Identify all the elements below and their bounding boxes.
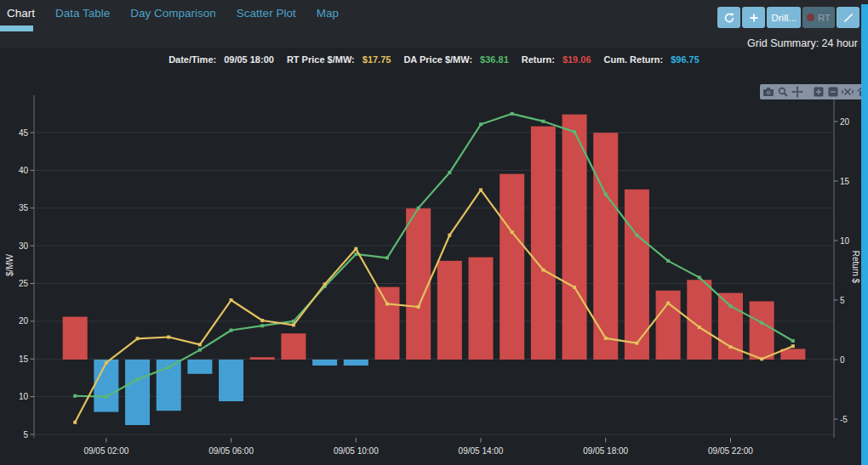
data-point-marker	[198, 343, 202, 346]
data-point-marker	[698, 326, 701, 329]
tab-map[interactable]: Map	[317, 7, 339, 20]
data-point-marker	[230, 298, 233, 302]
data-point-marker	[354, 252, 357, 256]
svg-text:09/05 22:00: 09/05 22:00	[708, 446, 753, 456]
svg-text:10: 10	[19, 392, 29, 401]
svg-text:30: 30	[19, 241, 29, 251]
dashboard: { "nav": { "tabs": [ {"label": "Chart", …	[0, 0, 868, 465]
data-point-marker	[573, 286, 576, 289]
svg-text:45: 45	[19, 128, 29, 138]
zoom-icon[interactable]	[777, 86, 789, 98]
right-axis-title: Return $	[851, 251, 860, 284]
svg-text:09/05 02:00: 09/05 02:00	[83, 446, 128, 456]
add-button[interactable]	[742, 7, 765, 28]
data-point-marker	[541, 269, 545, 272]
data-point-marker	[760, 321, 763, 325]
toolbar: Drill... RT	[717, 7, 859, 28]
expand-button[interactable]	[837, 7, 859, 28]
data-point-marker	[791, 344, 795, 348]
data-point-marker	[260, 319, 264, 322]
active-tab-underline	[0, 26, 33, 31]
data-point-marker	[417, 305, 420, 309]
rt-toggle-label: RT	[818, 13, 831, 23]
data-point-marker	[417, 207, 420, 210]
rt-price-line	[73, 188, 795, 423]
data-point-marker	[73, 421, 77, 424]
return-bar	[625, 190, 649, 360]
rt-status-dot-icon	[807, 14, 814, 21]
data-point-marker	[105, 361, 108, 365]
return-bar	[750, 301, 774, 360]
data-point-marker	[541, 120, 545, 123]
svg-text:15: 15	[19, 354, 29, 364]
data-point-marker	[105, 395, 108, 399]
datetime-label: Date/Time:	[168, 54, 216, 65]
return-bar	[312, 360, 337, 366]
rt-toggle-button[interactable]: RT	[802, 7, 835, 28]
svg-text:25: 25	[19, 279, 29, 288]
data-point-marker	[573, 130, 576, 133]
svg-text:20: 20	[19, 316, 29, 326]
data-point-marker	[448, 234, 451, 237]
cum-return-label: Cum. Return:	[604, 54, 664, 65]
data-point-marker	[698, 275, 701, 279]
camera-icon[interactable]	[762, 86, 774, 98]
data-point-marker	[230, 329, 233, 332]
cum-return-value: $96.75	[671, 54, 700, 65]
zoom-out-icon[interactable]	[827, 86, 839, 98]
data-point-marker	[760, 357, 763, 360]
data-point-marker	[354, 247, 357, 251]
data-point-marker	[635, 234, 638, 237]
return-bar	[656, 291, 681, 360]
tab-data-table[interactable]: Data Table	[55, 7, 110, 20]
return-bar	[94, 360, 118, 412]
data-point-marker	[666, 302, 670, 305]
grid-summary-label: Grid Summary: 24 hour	[747, 37, 858, 49]
data-point-marker	[167, 336, 170, 339]
refresh-button[interactable]	[717, 7, 740, 28]
zoom-in-icon[interactable]	[813, 86, 825, 98]
return-value: $19.06	[562, 54, 591, 65]
pan-icon[interactable]	[791, 86, 803, 98]
data-point-marker	[136, 377, 140, 381]
data-point-marker	[791, 339, 795, 343]
data-point-marker	[604, 337, 608, 340]
svg-text:40: 40	[19, 166, 29, 175]
chart-canvas[interactable]: 51015202530354045-50510152009/05 02:0009…	[0, 0, 868, 465]
return-bar	[63, 317, 88, 360]
return-bar	[437, 261, 462, 360]
return-bar	[219, 360, 243, 401]
tab-day-comparison[interactable]: Day Comparison	[130, 7, 216, 20]
edge-scroll-stripe[interactable]	[861, 4, 868, 465]
return-bar	[531, 127, 556, 360]
data-point-marker	[260, 324, 264, 327]
data-point-marker	[728, 304, 732, 308]
tab-scatter-plot[interactable]: Scatter Plot	[237, 7, 296, 20]
return-bar	[281, 333, 306, 360]
data-point-marker	[666, 259, 670, 263]
svg-text:20: 20	[840, 117, 850, 127]
return-bar	[187, 360, 212, 374]
da-price-line	[73, 112, 795, 399]
rt-price-label: RT Price $/MW:	[287, 54, 355, 65]
tab-chart[interactable]: Chart	[7, 7, 35, 20]
return-bar	[406, 208, 431, 360]
svg-text:10: 10	[840, 236, 850, 246]
data-point-marker	[479, 122, 483, 126]
data-point-marker	[604, 193, 608, 196]
tab-bar: Chart Data Table Day Comparison Scatter …	[0, 0, 359, 26]
da-price-label: DA Price $/MW:	[403, 54, 472, 65]
da-price-value: $36.81	[480, 54, 509, 65]
rt-price-value: $17.75	[363, 54, 391, 65]
data-point-marker	[292, 323, 295, 326]
svg-text:5: 5	[23, 430, 28, 439]
plus-icon	[748, 12, 760, 24]
autoscale-icon[interactable]	[842, 86, 854, 98]
svg-text:09/05 06:00: 09/05 06:00	[208, 446, 254, 456]
svg-text:0: 0	[840, 355, 845, 365]
drill-button[interactable]: Drill...	[767, 7, 800, 28]
return-label: Return:	[522, 54, 555, 65]
return-bar	[374, 287, 399, 360]
svg-text:09/05 18:00: 09/05 18:00	[583, 446, 628, 456]
hover-readout: Date/Time:09/05 18:00 RT Price $/MW:$17.…	[0, 54, 868, 65]
